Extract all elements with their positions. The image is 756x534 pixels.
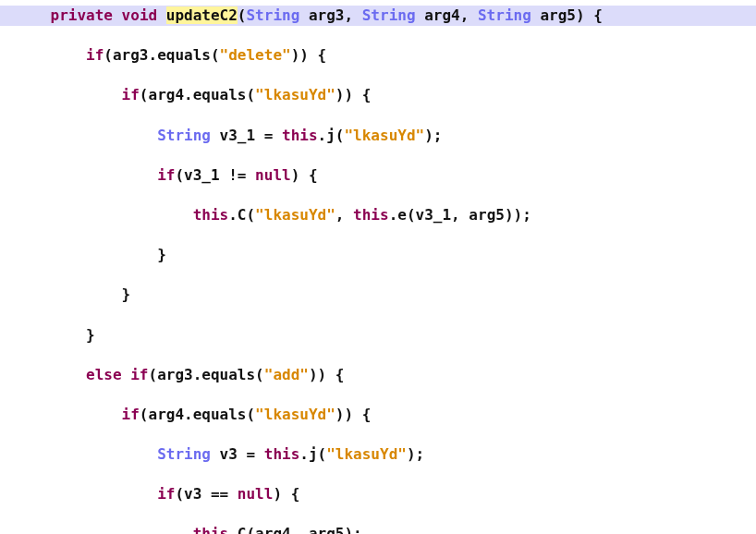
keyword: null xyxy=(238,485,274,503)
keyword: if xyxy=(122,406,140,423)
string-literal: "lkasuYd" xyxy=(255,86,335,103)
code-line: private void updateC2(String arg3, Strin… xyxy=(0,6,756,26)
string-literal: "lkasuYd" xyxy=(255,406,335,423)
code-line: if(arg4.equals("lkasuYd")) { xyxy=(0,85,756,105)
code-line: if(arg4.equals("lkasuYd")) { xyxy=(0,405,756,425)
type: String xyxy=(246,6,299,24)
code-line: this.C("lkasuYd", this.e(v3_1, arg5)); xyxy=(0,205,756,225)
string-literal: "add" xyxy=(264,366,309,383)
code-line: if(v3_1 != null) { xyxy=(0,165,756,186)
string-literal: "lkasuYd" xyxy=(326,445,407,463)
type: String xyxy=(362,6,416,24)
type: String xyxy=(157,445,211,463)
code-line: } xyxy=(0,285,756,305)
keyword: else xyxy=(86,366,122,383)
string-literal: "delete" xyxy=(220,46,291,64)
code-line: this.C(arg4, arg5); xyxy=(0,524,756,534)
type: String xyxy=(157,127,211,144)
type: String xyxy=(478,6,531,24)
keyword: null xyxy=(255,166,291,184)
keyword: if xyxy=(157,485,175,503)
method-name: updateC2 xyxy=(166,6,238,24)
code-line: String v3_1 = this.j("lkasuYd"); xyxy=(0,126,756,146)
keyword: this xyxy=(193,206,229,224)
keyword: if xyxy=(157,166,175,184)
code-line: if(v3 == null) { xyxy=(0,484,756,504)
code-line: String v3 = this.j("lkasuYd"); xyxy=(0,444,756,465)
code-line: else if(arg3.equals("add")) { xyxy=(0,365,756,385)
keyword: if xyxy=(130,366,148,383)
code-line: } xyxy=(0,325,756,346)
keyword: if xyxy=(122,86,140,103)
string-literal: "lkasuYd" xyxy=(344,127,424,144)
code-line: } xyxy=(0,245,756,265)
code-block: private void updateC2(String arg3, Strin… xyxy=(0,0,756,534)
keyword: this xyxy=(193,525,229,534)
keyword: void xyxy=(122,6,158,24)
keyword: this xyxy=(282,127,318,144)
keyword: this xyxy=(353,206,389,224)
code-line: if(arg3.equals("delete")) { xyxy=(0,45,756,66)
string-literal: "lkasuYd" xyxy=(255,206,335,224)
keyword: private xyxy=(51,6,113,24)
keyword: this xyxy=(264,445,300,463)
keyword: if xyxy=(86,46,104,64)
